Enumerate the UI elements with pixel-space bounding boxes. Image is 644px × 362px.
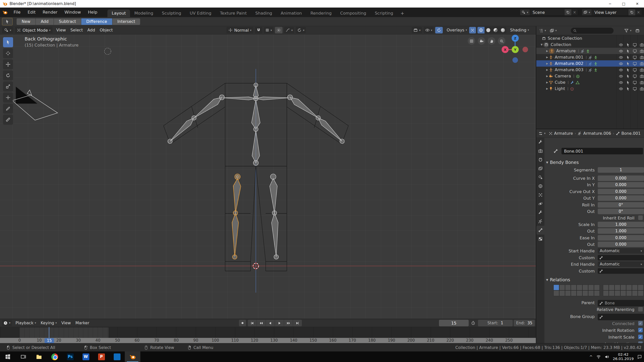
title-bar[interactable]: Blender* [D:\animationlearn.blend] ─ □ ✕ — [0, 0, 644, 8]
timeline-editor-type-button[interactable]: ▾ — [2, 320, 12, 326]
bone-layer-cell[interactable] — [603, 290, 609, 296]
taskbar-app-photoshop[interactable]: Ps — [62, 351, 78, 362]
overlays-dropdown[interactable]: Overlays▾ — [444, 27, 469, 33]
topbar-menu-file[interactable]: File — [10, 8, 24, 17]
outliner-editor-type-button[interactable]: ▾ — [538, 27, 547, 34]
snap-toggle-button[interactable] — [255, 27, 262, 33]
breadcrumb-armature[interactable]: Armature — [549, 131, 573, 136]
minimize-button[interactable]: ─ — [603, 0, 617, 8]
bone-layer-cell[interactable] — [615, 285, 620, 290]
timeline-menu-playback[interactable]: Playback▾ — [13, 320, 38, 326]
taskbar-app-start[interactable] — [0, 351, 16, 362]
toggle-monitor-button[interactable] — [633, 86, 637, 91]
workspace-tab-modeling[interactable]: Modeling — [130, 10, 157, 17]
parent-field[interactable]: Bone — [598, 300, 644, 306]
number-field-scale-in[interactable]: 1.000 — [598, 222, 644, 227]
expand-arrow-icon[interactable]: ▼ — [540, 43, 543, 46]
toggle-monitor-button[interactable] — [633, 74, 637, 78]
toggle-pointer-button[interactable] — [626, 67, 630, 72]
taskbar-app-chrome[interactable] — [47, 351, 62, 362]
outliner-search[interactable] — [571, 28, 614, 34]
scene-browse-button[interactable]: ▾ — [520, 9, 530, 16]
bone-layer-cell[interactable] — [588, 290, 594, 296]
custom-bone-field[interactable] — [598, 255, 644, 260]
taskbar-app-word[interactable]: W — [78, 351, 94, 362]
properties-tab-object[interactable] — [536, 191, 544, 199]
panel-header[interactable]: ▼ Relations — [544, 277, 644, 283]
bone-layer-cell[interactable] — [632, 285, 638, 290]
workspace-tab-layout[interactable]: Layout — [107, 10, 130, 17]
pivot-point-dropdown[interactable]: ▾ — [296, 27, 306, 33]
tool-annotate-button[interactable] — [3, 104, 13, 114]
bone-name-field[interactable]: Bone.001 — [561, 148, 643, 154]
play-button[interactable] — [275, 320, 284, 326]
outliner-row[interactable]: ▶ Armature.001 | — [536, 54, 644, 60]
auto-keying-button[interactable] — [239, 320, 246, 326]
toggle-eye-button[interactable] — [619, 67, 623, 72]
outliner-display-mode-button[interactable]: ▾ — [549, 27, 558, 34]
expand-arrow-icon[interactable]: ▶ — [545, 68, 549, 71]
checkbox-connected[interactable]: ✓ — [638, 321, 643, 326]
properties-tab-view-layer[interactable] — [536, 164, 544, 173]
topbar-menu-edit[interactable]: Edit — [24, 8, 39, 17]
proportional-editing-button[interactable] — [275, 27, 283, 33]
workspace-tab-rendering[interactable]: Rendering — [306, 10, 336, 17]
toggle-monitor-button[interactable] — [633, 80, 637, 85]
bone-layer-cell[interactable] — [632, 290, 638, 296]
close-button[interactable]: ✕ — [630, 0, 644, 8]
next-keyframe-button[interactable] — [284, 320, 293, 326]
editor-type-button[interactable]: ▾ — [2, 27, 13, 33]
taskbar-app-task-view[interactable] — [16, 351, 31, 362]
gizmo-x-ball[interactable]: X — [502, 46, 509, 53]
bone-layer-cell[interactable] — [594, 290, 600, 296]
toggle-pointer-button[interactable] — [626, 42, 630, 47]
toggle-eye-button[interactable] — [619, 86, 623, 91]
playhead-frame-badge[interactable]: 15 — [45, 338, 54, 343]
tool-select-box-button[interactable] — [3, 37, 13, 47]
boolean-subtract-button[interactable]: Subtract — [54, 18, 81, 25]
jump-start-button[interactable] — [248, 320, 257, 326]
shading-dropdown[interactable]: Shading▾ — [508, 27, 531, 33]
play-reverse-button[interactable] — [266, 320, 275, 326]
toggle-camera-button[interactable] — [640, 80, 644, 85]
expand-arrow-icon[interactable]: ▶ — [545, 50, 549, 52]
taskbar-app-powerpoint[interactable]: P — [94, 351, 109, 362]
number-field-curve-out-x[interactable]: 0.000 — [598, 189, 644, 194]
bone-layer-cell[interactable] — [577, 290, 582, 296]
bone-layer-cell[interactable] — [609, 290, 615, 296]
expand-arrow-icon[interactable]: ▶ — [545, 75, 549, 77]
breadcrumb-armature.006[interactable]: Armature.006 — [578, 131, 611, 136]
custom-bone-field[interactable] — [598, 268, 644, 274]
show-gizmo-button[interactable] — [435, 27, 443, 33]
shading-wireframe-button[interactable] — [477, 27, 485, 33]
viewport-menu-select[interactable]: Select — [68, 27, 85, 33]
shading-material-button[interactable] — [492, 27, 499, 33]
toggle-pointer-button[interactable] — [626, 86, 630, 91]
checkbox-inherit-rotation[interactable]: ✓ — [638, 328, 643, 332]
frame-end-field[interactable]: End:35 — [514, 320, 535, 326]
outliner-row[interactable]: ▶ Cube | — [536, 79, 644, 85]
bone-layer-cell[interactable] — [620, 290, 626, 296]
current-frame-field[interactable]: 15 — [439, 320, 469, 326]
toggle-eye-button[interactable] — [619, 49, 623, 53]
properties-tab-physics[interactable] — [536, 199, 544, 208]
bone-layer-cell[interactable] — [565, 285, 571, 290]
xray-toggle-button[interactable] — [469, 27, 476, 33]
view-pan-button[interactable] — [488, 37, 495, 45]
toggle-camera-button[interactable] — [640, 67, 644, 72]
expand-arrow-icon[interactable]: ▶ — [545, 87, 549, 90]
show-hide-dropdown[interactable]: ▾ — [424, 27, 434, 33]
topbar-menu-render[interactable]: Render — [39, 8, 61, 17]
boolean-new-button[interactable]: New — [17, 18, 35, 25]
mode-selector[interactable]: Object Mode ▾ — [15, 27, 53, 33]
bone-layer-cell[interactable] — [582, 290, 588, 296]
topbar-menu-help[interactable]: Help — [84, 8, 101, 17]
workspace-tab-texture-paint[interactable]: Texture Paint — [216, 10, 251, 17]
breadcrumb-bone.001[interactable]: Bone.001 — [616, 131, 640, 136]
workspace-tab-animation[interactable]: Animation — [276, 10, 306, 17]
taskbar-app-vscode[interactable] — [109, 351, 125, 362]
outliner-row[interactable]: Scene Collection — [536, 35, 644, 41]
checkbox-relative-parenting[interactable] — [638, 307, 643, 311]
toggle-pointer-button[interactable] — [626, 80, 630, 85]
bone-layer-cell[interactable] — [615, 290, 620, 296]
